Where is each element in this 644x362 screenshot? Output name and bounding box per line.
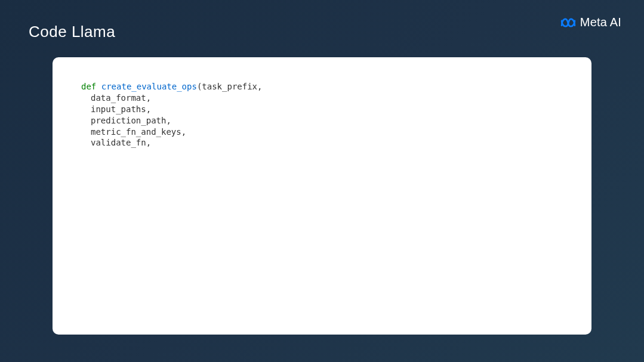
brand-text: Meta AI bbox=[580, 16, 621, 29]
param-input-paths: input_paths, bbox=[91, 104, 151, 114]
code-block: def create_evaluate_ops(task_prefix, dat… bbox=[81, 81, 563, 148]
param-task-prefix: task_prefix, bbox=[202, 82, 262, 91]
brand-logo: Meta AI bbox=[560, 16, 621, 29]
meta-infinity-icon bbox=[560, 17, 577, 29]
param-prediction-path: prediction_path, bbox=[91, 116, 171, 125]
param-metric-fn: metric_fn_and_keys, bbox=[91, 127, 186, 137]
code-line: input_paths, bbox=[81, 104, 563, 115]
code-line: validate_fn, bbox=[81, 137, 563, 148]
param-data-format: data_format, bbox=[91, 93, 151, 103]
code-line: def create_evaluate_ops(task_prefix, bbox=[81, 81, 563, 92]
code-line: metric_fn_and_keys, bbox=[81, 126, 563, 138]
code-panel: def create_evaluate_ops(task_prefix, dat… bbox=[53, 57, 591, 335]
code-line: data_format, bbox=[81, 92, 563, 104]
function-name: create_evaluate_ops bbox=[101, 82, 197, 91]
page-title: Code Llama bbox=[29, 23, 115, 41]
code-line: prediction_path, bbox=[81, 115, 563, 126]
keyword-def: def bbox=[81, 82, 96, 91]
param-validate-fn: validate_fn, bbox=[91, 138, 151, 147]
